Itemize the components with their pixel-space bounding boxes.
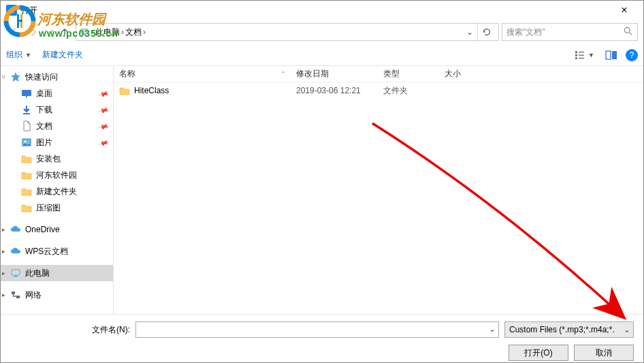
back-button[interactable] bbox=[6, 24, 22, 40]
up-button[interactable] bbox=[57, 24, 73, 40]
folder-icon bbox=[21, 170, 32, 180]
picture-icon bbox=[21, 137, 32, 148]
organize-menu[interactable]: 组织▼ bbox=[6, 49, 31, 61]
chevron-right-icon: › bbox=[91, 27, 94, 37]
sidebar-compressed[interactable]: 压缩图 bbox=[1, 200, 113, 216]
col-name[interactable]: 名称 ˄ bbox=[114, 66, 291, 82]
recent-dropdown[interactable] bbox=[44, 24, 54, 40]
sidebar-newfolder[interactable]: 新建文件夹 bbox=[1, 183, 113, 200]
new-folder-button[interactable]: 新建文件夹 bbox=[42, 49, 83, 61]
svg-rect-9 bbox=[575, 57, 577, 59]
sidebar: ▿ 快速访问 桌面 📌 下载 📌 文档 📌 图片 📌 安装包 bbox=[1, 66, 114, 314]
sidebar-documents[interactable]: 文档 📌 bbox=[1, 118, 113, 134]
sidebar-downloads[interactable]: 下载 📌 bbox=[1, 101, 113, 118]
pin-icon: 📌 bbox=[98, 88, 109, 99]
refresh-button[interactable] bbox=[477, 24, 496, 40]
sidebar-thispc[interactable]: ▸ 此电脑 bbox=[1, 265, 113, 281]
svg-rect-7 bbox=[575, 51, 577, 53]
preview-pane-button[interactable] bbox=[602, 49, 620, 61]
forward-button[interactable] bbox=[25, 24, 42, 40]
svg-point-5 bbox=[624, 27, 630, 33]
svg-rect-23 bbox=[16, 296, 20, 298]
pin-icon: 📌 bbox=[98, 137, 109, 148]
col-type[interactable]: 类型 bbox=[378, 66, 439, 82]
chevron-down-icon[interactable]: ⌄ bbox=[489, 324, 496, 334]
filename-input[interactable]: ⌄ bbox=[135, 321, 499, 338]
star-icon bbox=[10, 72, 21, 82]
folder-icon bbox=[21, 202, 32, 213]
file-list-area: 名称 ˄ 修改日期 类型 大小 HiteClass 2019-03-06 12:… bbox=[114, 66, 643, 314]
col-date[interactable]: 修改日期 bbox=[291, 66, 378, 82]
svg-point-19 bbox=[25, 141, 27, 143]
chevron-right-icon: › bbox=[143, 27, 146, 37]
file-date: 2019-03-06 12:21 bbox=[291, 86, 378, 95]
pc-small-icon bbox=[79, 27, 90, 37]
window-title: 打开 bbox=[21, 5, 611, 16]
svg-rect-15 bbox=[22, 90, 31, 96]
doc-icon bbox=[21, 121, 32, 131]
filename-label: 文件名(N): bbox=[10, 324, 130, 336]
open-button[interactable]: 打开(O) bbox=[509, 345, 568, 361]
svg-rect-14 bbox=[612, 51, 617, 59]
path-segment[interactable]: 此电脑 bbox=[95, 27, 120, 38]
search-icon bbox=[624, 27, 633, 38]
search-placeholder: 搜索"文档" bbox=[506, 27, 545, 38]
desktop-icon bbox=[21, 88, 32, 99]
close-button[interactable]: × bbox=[611, 4, 638, 16]
titlebar: d 打开 × bbox=[1, 1, 643, 20]
toolbar: 组织▼ 新建文件夹 ▼ ? bbox=[1, 44, 643, 66]
path-segment[interactable]: 文档 bbox=[125, 27, 142, 38]
monitor-icon bbox=[10, 268, 21, 279]
chevron-down-icon: ⌄ bbox=[624, 325, 630, 334]
file-name: HiteClass bbox=[134, 86, 169, 95]
file-row[interactable]: HiteClass 2019-03-06 12:21 文件夹 bbox=[114, 82, 643, 99]
nav-bar: › 此电脑 › 文档 › ⌄ 搜索"文档" bbox=[1, 20, 643, 44]
search-input[interactable]: 搜索"文档" bbox=[502, 23, 638, 41]
sidebar-onedrive[interactable]: ▸ OneDrive bbox=[1, 221, 113, 238]
svg-rect-22 bbox=[12, 291, 15, 294]
sidebar-quick-access[interactable]: ▿ 快速访问 bbox=[1, 69, 113, 85]
caret-icon: ▸ bbox=[2, 226, 5, 233]
sidebar-network[interactable]: ▸ 网络 bbox=[1, 287, 113, 303]
app-icon: d bbox=[6, 5, 17, 16]
network-icon bbox=[10, 289, 21, 300]
pin-icon: 📌 bbox=[98, 121, 109, 131]
folder-icon bbox=[21, 186, 32, 197]
path-dropdown-icon[interactable]: ⌄ bbox=[464, 27, 476, 37]
folder-icon bbox=[21, 153, 32, 164]
svg-rect-20 bbox=[12, 270, 20, 275]
view-options-button[interactable]: ▼ bbox=[572, 49, 597, 61]
svg-rect-4 bbox=[82, 35, 86, 35]
svg-rect-8 bbox=[575, 54, 577, 56]
caret-icon: ▸ bbox=[2, 270, 5, 277]
sort-asc-icon: ˄ bbox=[282, 71, 285, 77]
cloud-icon bbox=[10, 246, 21, 257]
pin-icon: 📌 bbox=[98, 104, 109, 115]
address-bar[interactable]: › 此电脑 › 文档 › ⌄ bbox=[76, 23, 499, 41]
folder-icon bbox=[119, 85, 130, 96]
caret-icon: ▸ bbox=[2, 248, 5, 255]
footer: 文件名(N): ⌄ Custom Files (*.mp3;*.m4a;*. ⌄… bbox=[1, 314, 643, 363]
filetype-select[interactable]: Custom Files (*.mp3;*.m4a;*. ⌄ bbox=[504, 321, 634, 338]
col-size[interactable]: 大小 bbox=[439, 66, 494, 82]
chevron-right-icon: › bbox=[121, 27, 124, 37]
column-headers: 名称 ˄ 修改日期 类型 大小 bbox=[114, 66, 643, 82]
cloud-icon bbox=[10, 224, 21, 235]
sidebar-pkg[interactable]: 安装包 bbox=[1, 151, 113, 167]
svg-rect-21 bbox=[14, 276, 18, 277]
svg-rect-13 bbox=[606, 51, 611, 59]
file-type: 文件夹 bbox=[378, 85, 439, 97]
svg-rect-3 bbox=[81, 29, 88, 34]
cancel-button[interactable]: 取消 bbox=[574, 345, 634, 361]
svg-rect-16 bbox=[26, 96, 27, 97]
sidebar-pictures[interactable]: 图片 📌 bbox=[1, 134, 113, 151]
svg-line-6 bbox=[630, 32, 632, 35]
help-button[interactable]: ? bbox=[626, 49, 638, 61]
caret-icon: ▸ bbox=[2, 291, 5, 298]
download-icon bbox=[21, 104, 32, 115]
sidebar-wps[interactable]: ▸ WPS云文档 bbox=[1, 243, 113, 259]
sidebar-desktop[interactable]: 桌面 📌 bbox=[1, 85, 113, 101]
sidebar-hedong[interactable]: 河东软件园 bbox=[1, 167, 113, 183]
caret-icon: ▿ bbox=[2, 74, 5, 80]
